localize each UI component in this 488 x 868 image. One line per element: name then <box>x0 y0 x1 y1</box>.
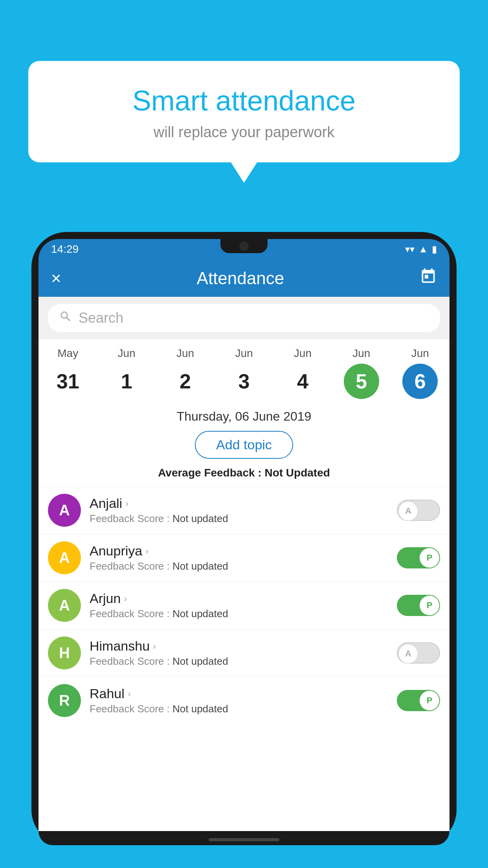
status-icons: ▾▾ ▲ ▮ <box>405 244 437 255</box>
battery-icon: ▮ <box>432 244 437 255</box>
student-name: Himanshu › <box>90 638 397 654</box>
date-item[interactable]: Jun1 <box>109 347 144 399</box>
phone-camera <box>239 241 249 251</box>
speech-bubble: Smart attendance will replace your paper… <box>28 61 460 162</box>
date-item[interactable]: Jun4 <box>285 347 320 399</box>
date-item[interactable]: Jun3 <box>226 347 262 399</box>
speech-bubble-title: Smart attendance <box>44 85 444 117</box>
chevron-right-icon: › <box>153 641 156 652</box>
date-number[interactable]: 1 <box>109 364 144 399</box>
student-row[interactable]: AAnupriya ›Feedback Score : Not updatedP <box>39 534 449 581</box>
chevron-right-icon: › <box>124 593 127 604</box>
add-topic-button[interactable]: Add topic <box>195 431 293 459</box>
student-avatar: H <box>48 636 81 669</box>
app-header: × Attendance <box>39 259 449 297</box>
toggle-knob: P <box>420 596 439 615</box>
student-avatar: A <box>48 494 81 527</box>
date-item[interactable]: Jun2 <box>168 347 203 399</box>
student-feedback: Feedback Score : Not updated <box>90 703 397 715</box>
attendance-toggle[interactable]: A <box>397 500 440 521</box>
student-feedback: Feedback Score : Not updated <box>90 608 397 620</box>
student-info: Rahul ›Feedback Score : Not updated <box>90 686 397 715</box>
date-item[interactable]: Jun6 <box>402 347 438 399</box>
attendance-toggle[interactable]: P <box>397 595 440 616</box>
search-bar[interactable]: Search <box>48 304 440 332</box>
speech-bubble-container: Smart attendance will replace your paper… <box>28 61 460 162</box>
status-time: 14:29 <box>51 243 79 256</box>
avg-feedback-value: Not Updated <box>264 467 330 479</box>
student-info: Himanshu ›Feedback Score : Not updated <box>90 638 397 668</box>
add-topic-button-container: Add topic <box>39 427 449 464</box>
student-list: AAnjali ›Feedback Score : Not updatedAAA… <box>39 486 449 724</box>
home-indicator <box>209 838 279 841</box>
date-scroller: May31Jun1Jun2Jun3Jun4Jun5Jun6 <box>39 339 449 403</box>
student-info: Arjun ›Feedback Score : Not updated <box>90 591 397 620</box>
date-number[interactable]: 6 <box>402 364 438 399</box>
student-name: Rahul › <box>90 686 397 701</box>
date-number[interactable]: 5 <box>344 364 379 399</box>
date-item[interactable]: Jun5 <box>344 347 379 399</box>
signal-icon: ▲ <box>418 244 428 255</box>
student-avatar: A <box>48 589 81 622</box>
phone-bottom <box>39 831 449 845</box>
student-row[interactable]: AArjun ›Feedback Score : Not updatedP <box>39 581 449 629</box>
phone-outer: 14:29 ▾▾ ▲ ▮ × Attendance <box>31 232 457 845</box>
date-month: May <box>57 347 78 360</box>
date-number[interactable]: 3 <box>226 364 262 399</box>
selected-date-label: Thursday, 06 June 2019 <box>39 403 449 427</box>
date-number[interactable]: 2 <box>168 364 203 399</box>
student-name: Arjun › <box>90 591 397 606</box>
student-avatar: R <box>48 684 81 717</box>
student-row[interactable]: HHimanshu ›Feedback Score : Not updatedA <box>39 629 449 677</box>
avg-feedback-label: Average Feedback : <box>158 467 264 479</box>
student-feedback: Feedback Score : Not updated <box>90 513 397 525</box>
phone-content: Search May31Jun1Jun2Jun3Jun4Jun5Jun6 Thu… <box>39 297 449 831</box>
student-name: Anjali › <box>90 496 397 511</box>
attendance-toggle[interactable]: P <box>397 547 440 568</box>
student-avatar: A <box>48 541 81 574</box>
date-month: Jun <box>294 347 312 360</box>
date-month: Jun <box>352 347 370 360</box>
phone-frame: 14:29 ▾▾ ▲ ▮ × Attendance <box>31 232 457 868</box>
search-bar-container: Search <box>39 297 449 339</box>
toggle-knob: P <box>420 548 439 568</box>
attendance-toggle[interactable]: A <box>397 642 440 664</box>
date-month: Jun <box>235 347 253 360</box>
chevron-right-icon: › <box>128 688 131 699</box>
calendar-icon[interactable] <box>420 268 437 289</box>
date-month: Jun <box>176 347 194 360</box>
chevron-right-icon: › <box>125 498 128 509</box>
search-icon <box>59 310 72 326</box>
toggle-knob: A <box>398 644 418 664</box>
student-feedback: Feedback Score : Not updated <box>90 560 397 572</box>
search-input[interactable]: Search <box>79 310 123 326</box>
toggle-knob: A <box>398 501 418 521</box>
date-item[interactable]: May31 <box>50 347 86 399</box>
speech-bubble-subtitle: will replace your paperwork <box>44 124 444 141</box>
close-button[interactable]: × <box>51 268 61 288</box>
header-title: Attendance <box>197 268 284 288</box>
toggle-knob: P <box>420 691 439 710</box>
chevron-right-icon: › <box>145 546 149 557</box>
date-number[interactable]: 31 <box>50 364 86 399</box>
attendance-toggle[interactable]: P <box>397 690 440 711</box>
student-info: Anupriya ›Feedback Score : Not updated <box>90 543 397 572</box>
student-info: Anjali ›Feedback Score : Not updated <box>90 496 397 525</box>
avg-feedback: Average Feedback : Not Updated <box>39 464 449 486</box>
wifi-icon: ▾▾ <box>405 244 415 255</box>
student-row[interactable]: RRahul ›Feedback Score : Not updatedP <box>39 677 449 724</box>
student-feedback: Feedback Score : Not updated <box>90 655 397 668</box>
date-month: Jun <box>118 347 136 360</box>
date-month: Jun <box>411 347 429 360</box>
date-number[interactable]: 4 <box>285 364 320 399</box>
student-name: Anupriya › <box>90 543 397 559</box>
student-row[interactable]: AAnjali ›Feedback Score : Not updatedA <box>39 486 449 534</box>
